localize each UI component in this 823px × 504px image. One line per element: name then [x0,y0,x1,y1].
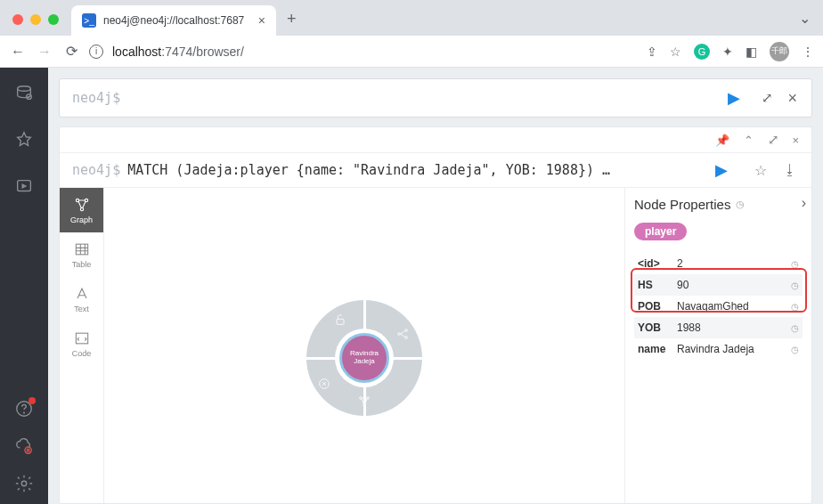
result-frame: 📌 ⌃ ⤢ × neo4j$ MATCH (Jadeja:player {nam… [59,126,812,504]
frame-query-bar: neo4j$ MATCH (Jadeja:player {name: "Ravi… [60,152,811,188]
graph-node[interactable]: Ravindra Jadeja [339,333,389,383]
tab-table[interactable]: Table [60,232,103,277]
left-sidebar [0,68,48,504]
node-label-chip[interactable]: player [634,223,687,240]
svg-point-4 [24,412,25,413]
expand-relationships-icon[interactable] [395,327,410,341]
svg-point-15 [405,337,408,339]
frame-toolbar: 📌 ⌃ ⤢ × [60,127,811,152]
tab-graph[interactable]: Graph [60,188,103,232]
tab-text[interactable]: Text [60,277,103,321]
notification-dot [29,397,36,404]
tab-text-label: Text [74,305,89,313]
tab-graph-label: Graph [70,215,93,224]
svg-point-13 [398,333,401,336]
view-mode-tabs: Graph Table Text Code [60,188,104,503]
prop-value: 90 [673,274,787,296]
prop-value: Ravindra Jadeja [673,338,787,360]
favorites-star-icon[interactable] [14,130,34,150]
graph-explore-icon[interactable] [357,394,371,409]
browser-toolbar: ← → ⟳ i localhost:7474/browser/ ⇪ ☆ G ✦ … [0,36,823,68]
browser-tab-strip: >_ neo4j@neo4j://localhost:7687 × + ⌄ [0,0,823,36]
window-close-button[interactable] [12,14,23,25]
rerun-button[interactable]: ▶ [703,160,740,180]
svg-point-9 [80,207,83,210]
graph-canvas[interactable]: Ravindra Jadeja [104,188,624,503]
grammarly-extension-icon[interactable]: G [694,44,710,60]
forward-button: → [36,44,53,60]
cloud-sync-icon[interactable] [14,436,34,456]
table-row: <id> 2 ◷ [634,253,803,274]
prop-value: 1988 [673,317,787,338]
tab-table-label: Table [72,260,92,269]
window-zoom-button[interactable] [48,14,59,25]
panel-title: Node Properties [634,197,730,212]
collapse-icon[interactable]: ⌃ [744,134,754,147]
url-host: localhost [112,45,161,59]
profile-avatar[interactable]: 千郎 [770,42,789,61]
prop-key: POB [634,296,673,317]
new-tab-button[interactable]: + [276,10,307,36]
workspace: neo4j$ ▶ ⤢ × 📌 ⌃ ⤢ × neo4j$ MATCH (Jadej… [48,68,823,504]
history-icon[interactable]: ◷ [787,296,803,317]
history-icon[interactable]: ◷ [787,274,803,296]
history-icon[interactable]: ◷ [787,317,803,338]
close-icon[interactable]: × [787,89,797,108]
fullscreen-icon[interactable]: ⤢ [762,90,771,106]
frame-prompt: neo4j$ [60,162,127,178]
history-icon[interactable]: ◷ [736,199,745,210]
database-icon[interactable] [14,84,34,103]
table-row: POB NavagamGhed ◷ [634,296,803,317]
fullscreen-icon[interactable]: ⤢ [768,132,778,148]
history-icon[interactable]: ◷ [787,338,803,360]
install-app-icon[interactable]: ⇪ [647,45,657,59]
site-info-icon[interactable]: i [89,45,103,59]
svg-rect-10 [76,244,87,255]
settings-gear-icon[interactable] [14,474,34,493]
svg-point-0 [18,86,31,92]
dismiss-icon[interactable] [317,377,331,391]
prop-key: <id> [634,253,673,274]
prop-key: HS [634,274,673,296]
frame-query-text: MATCH (Jadeja:player {name: "Ravindra Ja… [127,162,703,178]
close-icon[interactable]: × [792,134,799,147]
chevron-right-icon[interactable]: › [802,195,806,211]
address-bar[interactable]: localhost:7474/browser/ [112,45,638,59]
tab-code[interactable]: Code [60,321,103,366]
kebab-menu-icon[interactable]: ⋮ [802,45,814,59]
node-label: Ravindra Jadeja [342,350,387,366]
history-icon[interactable]: ◷ [787,253,803,274]
table-row: name Ravindra Jadeja ◷ [634,338,803,360]
bookmark-star-icon[interactable]: ☆ [670,45,681,59]
query-editor[interactable]: neo4j$ ▶ ⤢ × [59,78,812,118]
unlock-icon[interactable] [333,313,347,327]
svg-point-6 [21,481,27,486]
browser-tab[interactable]: >_ neo4j@neo4j://localhost:7687 × [71,5,276,36]
window-minimize-button[interactable] [30,14,41,25]
side-panel-icon[interactable]: ◧ [746,45,757,59]
back-button[interactable]: ← [9,44,27,60]
extensions-icon[interactable]: ✦ [722,45,733,59]
prop-key: name [634,338,673,360]
download-icon[interactable]: ⭳ [783,162,797,178]
favorite-star-icon[interactable]: ☆ [754,162,767,179]
table-row: YOB 1988 ◷ [634,317,803,338]
node-radial-menu[interactable]: Ravindra Jadeja [306,300,422,416]
svg-point-14 [405,329,408,332]
window-controls [0,14,71,36]
tab-favicon: >_ [82,13,96,28]
prop-value: NavagamGhed [673,296,787,317]
reload-button[interactable]: ⟳ [62,43,80,60]
help-icon[interactable] [14,399,34,419]
tab-close-icon[interactable]: × [258,13,265,28]
table-row: HS 90 ◷ [634,274,803,296]
editor-prompt: neo4j$ [60,90,127,106]
node-properties-panel: › Node Properties ◷ player <id> 2 ◷ HS [624,188,811,503]
run-button[interactable]: ▶ [715,88,753,108]
guides-icon[interactable] [14,176,34,196]
svg-rect-12 [337,319,344,324]
tab-title: neo4j@neo4j://localhost:7687 [103,14,251,27]
pin-icon[interactable]: 📌 [715,134,729,147]
tabs-dropdown-icon[interactable]: ⌄ [799,10,823,36]
prop-key: YOB [634,317,673,338]
